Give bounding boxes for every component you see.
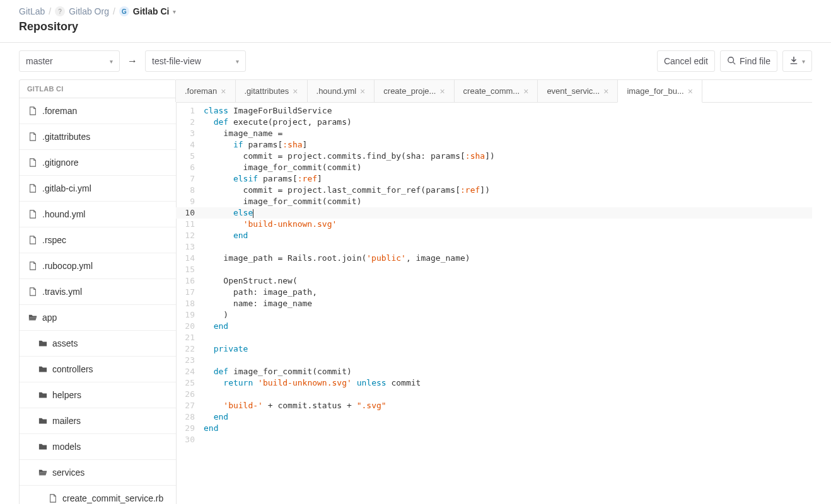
- code-line[interactable]: 12 end: [176, 230, 812, 241]
- svg-point-0: [728, 57, 734, 62]
- tree-item-label: .travis.yml: [42, 287, 82, 297]
- page-title: Repository: [19, 20, 812, 33]
- code-line[interactable]: 26: [176, 389, 812, 400]
- code-line[interactable]: 18 name: image_name: [176, 298, 812, 309]
- tree-folder[interactable]: mailers: [20, 408, 176, 434]
- close-icon[interactable]: ×: [439, 87, 445, 96]
- tree-folder[interactable]: services: [20, 460, 176, 486]
- tree-file[interactable]: .gitlab-ci.yml: [20, 176, 176, 202]
- org-icon: ?: [55, 6, 65, 16]
- editor-tabs: .foreman×.gitattributes×.hound.yml×creat…: [176, 80, 812, 103]
- code-line[interactable]: 23: [176, 355, 812, 366]
- chevron-down-icon[interactable]: ▾: [173, 8, 176, 15]
- editor-tab[interactable]: create_proje...×: [374, 80, 454, 102]
- sidebar-header: GITLAB CI: [20, 80, 176, 98]
- cancel-edit-button[interactable]: Cancel edit: [657, 50, 715, 72]
- code-line[interactable]: 6 image_for_commit(commit): [176, 162, 812, 173]
- tree-file[interactable]: .foreman: [20, 98, 176, 124]
- line-number: 7: [176, 173, 201, 185]
- code-text: name: image_name: [201, 298, 312, 309]
- tree-file[interactable]: .gitattributes: [20, 124, 176, 150]
- code-line[interactable]: 9 image_for_commit(commit): [176, 196, 812, 207]
- line-number: 25: [176, 377, 201, 389]
- breadcrumb-org[interactable]: Gitlab Org: [69, 6, 109, 16]
- close-icon[interactable]: ×: [523, 87, 528, 96]
- code-line[interactable]: 29end: [176, 423, 812, 434]
- branch-dropdown[interactable]: master ▾: [19, 50, 120, 72]
- tree-item-label: controllers: [52, 364, 93, 374]
- code-text: private: [201, 343, 248, 355]
- close-icon[interactable]: ×: [603, 87, 608, 96]
- code-line[interactable]: 27 'build-' + commit.status + ".svg": [176, 400, 812, 411]
- folder-icon: [38, 442, 47, 451]
- code-line[interactable]: 8 commit = project.last_commit_for_ref(p…: [176, 185, 812, 196]
- tree-folder[interactable]: controllers: [20, 357, 176, 382]
- code-line[interactable]: 11 'build-unknown.svg': [176, 219, 812, 230]
- download-icon: [789, 56, 798, 67]
- line-number: 22: [176, 343, 201, 355]
- breadcrumb-separator: /: [49, 6, 51, 16]
- tree-file[interactable]: .hound.yml: [20, 202, 176, 227]
- branch-dropdown-label: master: [26, 56, 53, 66]
- code-line[interactable]: 14 image_path = Rails.root.join('public'…: [176, 253, 812, 264]
- editor-tab[interactable]: .hound.yml×: [307, 80, 375, 102]
- code-line[interactable]: 19 ): [176, 309, 812, 321]
- project-icon: G: [119, 6, 129, 16]
- code-line[interactable]: 30: [176, 434, 812, 445]
- tree-file[interactable]: create_commit_service.rb: [20, 486, 176, 504]
- tree-folder[interactable]: app: [20, 305, 176, 331]
- close-icon[interactable]: ×: [360, 87, 365, 96]
- code-line[interactable]: 17 path: image_path,: [176, 287, 812, 298]
- code-line[interactable]: 28 end: [176, 411, 812, 423]
- tree-folder[interactable]: assets: [20, 331, 176, 357]
- close-icon[interactable]: ×: [293, 87, 298, 96]
- tree-item-label: .gitattributes: [42, 132, 90, 142]
- tree-file[interactable]: .travis.yml: [20, 279, 176, 305]
- code-line[interactable]: 1class ImageForBuildService: [176, 105, 812, 117]
- tree-item-label: .rubocop.yml: [42, 261, 93, 271]
- code-line[interactable]: 15: [176, 264, 812, 275]
- code-line[interactable]: 13: [176, 241, 812, 253]
- code-line[interactable]: 20 end: [176, 321, 812, 332]
- tree-file[interactable]: .rubocop.yml: [20, 253, 176, 279]
- code-text: end: [201, 423, 218, 434]
- svg-rect-2: [791, 63, 798, 64]
- find-file-button[interactable]: Find file: [720, 50, 777, 72]
- editor-tab[interactable]: image_for_bu...×: [617, 80, 702, 103]
- tab-label: event_servic...: [547, 86, 600, 96]
- editor-tab[interactable]: .gitattributes×: [235, 80, 308, 102]
- code-line[interactable]: 25 return 'build-unknown.svg' unless com…: [176, 377, 812, 389]
- line-number: 4: [176, 139, 201, 151]
- code-line[interactable]: 16 OpenStruct.new(: [176, 275, 812, 287]
- breadcrumb-root[interactable]: GitLab: [19, 6, 45, 16]
- file-dropdown[interactable]: test-file-view ▾: [145, 50, 246, 72]
- line-number: 19: [176, 309, 201, 321]
- code-line[interactable]: 4 if params[:sha]: [176, 139, 812, 151]
- code-line[interactable]: 24 def image_for_commit(commit): [176, 366, 812, 377]
- code-editor[interactable]: 1class ImageForBuildService2 def execute…: [176, 103, 812, 448]
- editor-tab[interactable]: event_servic...×: [537, 80, 618, 102]
- code-text: def execute(project, params): [201, 117, 352, 128]
- folder-icon: [38, 365, 47, 374]
- line-number: 16: [176, 275, 201, 287]
- tree-folder[interactable]: helpers: [20, 382, 176, 408]
- code-line[interactable]: 7 elsif params[:ref]: [176, 173, 812, 185]
- code-line[interactable]: 3 image_name =: [176, 128, 812, 139]
- code-line[interactable]: 22 private: [176, 343, 812, 355]
- editor-tab[interactable]: .foreman×: [175, 80, 236, 102]
- download-dropdown-button[interactable]: ▾: [782, 50, 812, 72]
- code-line[interactable]: 21: [176, 332, 812, 343]
- breadcrumb-project[interactable]: Gitlab Ci: [133, 6, 170, 16]
- editor-tab[interactable]: create_comm...×: [454, 80, 538, 102]
- tree-file[interactable]: .gitignore: [20, 150, 176, 176]
- code-line[interactable]: 5 commit = project.commits.find_by(sha: …: [176, 151, 812, 162]
- code-line[interactable]: 10 else: [176, 207, 812, 219]
- tree-folder[interactable]: models: [20, 434, 176, 460]
- code-line[interactable]: 2 def execute(project, params): [176, 117, 812, 128]
- line-number: 13: [176, 241, 201, 253]
- close-icon[interactable]: ×: [221, 87, 226, 96]
- tree-item-label: .foreman: [42, 106, 77, 116]
- close-icon[interactable]: ×: [688, 87, 693, 96]
- tree-file[interactable]: .rspec: [20, 227, 176, 253]
- line-number: 3: [176, 128, 201, 139]
